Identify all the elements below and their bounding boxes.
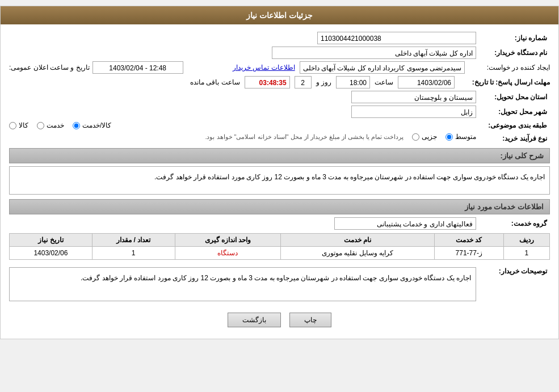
nooe-motoset-radio[interactable]: متوسط bbox=[445, 133, 476, 141]
mohlat-baqi-label: ساعت باقی مانده bbox=[190, 78, 240, 86]
mohlat-rooz-label: روز و bbox=[316, 78, 331, 86]
tarikh-label: تاریخ و ساعت اعلان عمومی: bbox=[9, 64, 90, 71]
nooe-jozi-label: جزیی bbox=[422, 133, 437, 141]
khadamat-section-title: اطلاعات خدمات مورد نیاز bbox=[9, 199, 550, 214]
tabaqe-kala-input[interactable] bbox=[9, 122, 16, 129]
col-unit: واحد اندازه گیری bbox=[175, 234, 281, 247]
nooe-jozi-radio[interactable]: جزیی bbox=[412, 133, 437, 141]
col-radif: ردیف bbox=[503, 234, 549, 247]
shahr-value: زابل bbox=[351, 106, 476, 118]
nooe-motoset-input[interactable] bbox=[445, 133, 453, 141]
nooe-label: نوع فرآیند خرید: bbox=[476, 133, 550, 144]
nooe-note: پرداخت تمام یا بخشی از مبلغ خریدار از مح… bbox=[205, 133, 404, 141]
cell-unit: دستگاه bbox=[175, 247, 281, 260]
etelaat-tamas-link[interactable]: اطلاعات تماس خریدار bbox=[233, 64, 295, 71]
ostan-value: سیستان و بلوچستان bbox=[351, 91, 476, 103]
group-label: گروه خدمت: bbox=[476, 218, 550, 229]
ijad-konande-label: ایجاد کننده در خواست: bbox=[465, 64, 550, 71]
tosif-text: اجاره یک دستگاه خودروی سواری جهت استفاده… bbox=[9, 267, 476, 301]
nooe-motoset-label: متوسط bbox=[455, 133, 476, 141]
cell-name: کرایه وسایل نقلیه موتوری bbox=[281, 247, 435, 260]
col-count: تعداد / مقدار bbox=[92, 234, 175, 247]
tabaqe-label: طبقه بندی موضوعی: bbox=[476, 120, 550, 130]
tabaqe-khadamat-radio[interactable]: خدمت bbox=[37, 121, 64, 129]
mohlat-rooz-value: 2 bbox=[295, 76, 312, 88]
mohlat-saat-value: 18:00 bbox=[336, 76, 370, 88]
cell-radif: 1 bbox=[503, 247, 549, 260]
mohlat-countdown: 03:48:35 bbox=[245, 76, 290, 88]
tabaqe-kala-khadamat-radio[interactable]: کالا/خدمت bbox=[73, 121, 111, 129]
shomara-niaz-value: 1103004421000038 bbox=[317, 32, 476, 44]
nam-dastgah-label: نام دستگاه خریدار: bbox=[476, 48, 550, 58]
tabaqe-kala-label: کالا bbox=[19, 121, 28, 129]
ostan-label: استان محل تحویل: bbox=[476, 92, 550, 102]
page-title: جزئیات اطلاعات نیاز bbox=[1, 6, 558, 24]
sharh-text: اجاره یک دستگاه خودروی سواری جهت استفاده… bbox=[9, 166, 550, 195]
cell-date: 1403/02/06 bbox=[10, 247, 93, 260]
tabaqe-khadamat-input[interactable] bbox=[37, 122, 44, 129]
mohlat-saat-label: ساعت bbox=[375, 78, 393, 86]
tabaqe-khadamat-label: خدمت bbox=[47, 121, 64, 129]
shahr-label: شهر محل تحویل: bbox=[476, 107, 550, 117]
tabaqe-kala-khadamat-label: کالا/خدمت bbox=[82, 121, 111, 129]
services-table: ردیف کد خدمت نام خدمت واحد اندازه گیری ت… bbox=[9, 233, 550, 260]
mohlat-label: مهلت ارسال پاسخ: تا تاریخ: bbox=[459, 78, 550, 86]
print-button[interactable]: چاپ bbox=[289, 313, 331, 327]
nooe-jozi-input[interactable] bbox=[412, 133, 419, 141]
tosif-label: توصیحات خریدار: bbox=[476, 264, 550, 276]
tabaqe-kala-radio[interactable]: کالا bbox=[9, 121, 28, 129]
back-button[interactable]: بازگشت bbox=[228, 313, 281, 327]
col-date: تاریخ نیاز bbox=[10, 234, 93, 247]
table-row: 1ز-77-771کرایه وسایل نقلیه موتوریدستگاه1… bbox=[10, 247, 550, 260]
cell-count: 1 bbox=[92, 247, 175, 260]
group-value: فعالیتهای اداری و خدمات پشتیبانی bbox=[334, 217, 476, 230]
tarikh-value: 1403/02/04 - 12:48 bbox=[93, 61, 183, 74]
ijad-konande-value: سیدمرتضی موسوی کاربرداد اداره کل شیلات آ… bbox=[300, 61, 465, 74]
mohlat-date: 1403/02/06 bbox=[398, 76, 455, 88]
col-code: کد خدمت bbox=[434, 234, 503, 247]
nam-dastgah-value: اداره کل شیلات آبهای داخلی bbox=[272, 47, 476, 59]
tabaqe-kala-khadamat-input[interactable] bbox=[73, 122, 80, 129]
shomara-niaz-label: شماره نیاز: bbox=[476, 33, 550, 43]
cell-code: ز-77-771 bbox=[434, 247, 503, 260]
col-name: نام خدمت bbox=[281, 234, 435, 247]
sharh-section-title: شرح کلی نیاز: bbox=[9, 148, 550, 163]
